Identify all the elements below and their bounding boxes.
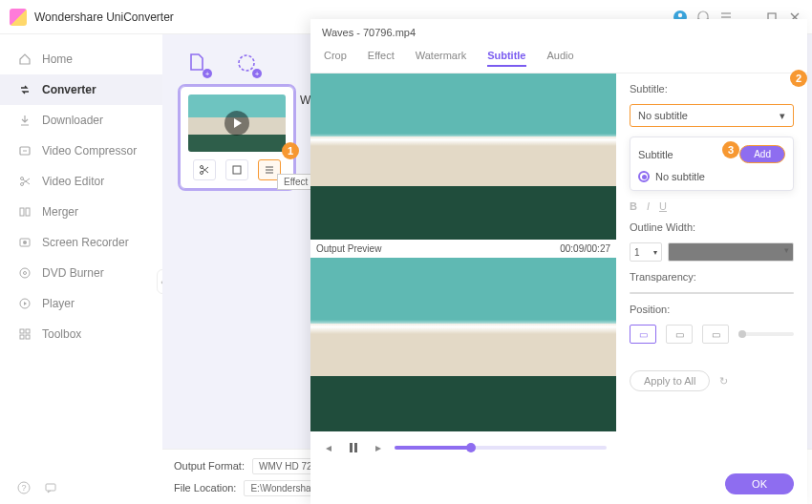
chevron-down-icon: ▾ (653, 248, 657, 257)
outline-width-input[interactable]: 1▾ (630, 242, 662, 262)
svg-point-1 (678, 12, 682, 16)
feedback-icon[interactable] (44, 481, 57, 494)
add-file-button[interactable]: + (183, 50, 210, 76)
position-bottom-button[interactable]: ▭ (630, 325, 656, 344)
subtitle-dropdown: 3 Subtitle Add No subtitle (630, 136, 794, 191)
outline-width-label: Outline Width: (630, 221, 794, 233)
editor-tabs: Crop Effect Watermark Subtitle Audio (310, 46, 807, 74)
apply-to-all-button[interactable]: Apply to All (630, 370, 710, 391)
callout-badge-1: 1 (282, 142, 299, 159)
sidebar-label: Merger (42, 205, 78, 219)
playback-controls: ◂ ▸ (310, 431, 616, 464)
subtitle-settings: 2 Subtitle: No subtitle▾ 3 Subtitle Add … (616, 74, 807, 464)
sidebar-label: Video Editor (42, 175, 104, 188)
svg-rect-8 (20, 208, 24, 216)
crop-button[interactable] (225, 159, 248, 180)
sidebar-item-compressor[interactable]: Video Compressor (0, 136, 162, 166)
play-icon (17, 296, 32, 311)
original-preview (310, 74, 616, 240)
ok-button[interactable]: OK (725, 473, 794, 494)
plus-icon: + (203, 69, 212, 78)
transparency-slider[interactable] (630, 292, 794, 294)
download-icon (17, 113, 32, 128)
sidebar-item-recorder[interactable]: Screen Recorder (0, 227, 162, 258)
tab-effect[interactable]: Effect (368, 46, 395, 67)
position-middle-button[interactable]: ▭ (666, 325, 693, 344)
helpbar: ? (0, 472, 162, 504)
position-label: Position: (630, 304, 794, 315)
output-preview-label: Output Preview (316, 243, 381, 254)
sidebar-item-downloader[interactable]: Downloader (0, 105, 162, 136)
svg-rect-15 (20, 329, 24, 333)
playback-time: 00:09/00:27 (560, 243, 610, 254)
radio-icon (638, 171, 650, 182)
tab-audio[interactable]: Audio (547, 46, 574, 67)
next-frame-button[interactable]: ▸ (370, 439, 387, 456)
sidebar: Home Converter Downloader Video Compress… (0, 34, 162, 504)
file-title-partial: W (300, 94, 310, 107)
sidebar-item-dvd[interactable]: DVD Burner (0, 258, 162, 288)
sidebar-item-merger[interactable]: Merger (0, 197, 162, 227)
position-top-button[interactable]: ▭ (702, 325, 729, 344)
sidebar-item-converter[interactable]: Converter (0, 74, 162, 105)
merge-icon (17, 204, 32, 220)
svg-rect-16 (26, 329, 30, 333)
italic-icon[interactable]: I (647, 200, 650, 212)
tab-crop[interactable]: Crop (324, 46, 347, 67)
svg-rect-18 (26, 335, 30, 339)
bold-icon[interactable]: B (630, 200, 637, 212)
play-overlay-icon[interactable] (224, 111, 249, 136)
sidebar-item-toolbox[interactable]: Toolbox (0, 319, 162, 349)
editor-panel: Waves - 70796.mp4 Crop Effect Watermark … (310, 19, 807, 504)
editor-file-name: Waves - 70796.mp4 (310, 19, 807, 46)
video-thumbnail[interactable] (188, 94, 286, 152)
sidebar-label: Player (42, 297, 75, 310)
effect-tooltip: Effect (277, 174, 314, 190)
seek-slider[interactable] (395, 446, 607, 450)
add-url-button[interactable]: + (233, 50, 260, 76)
subtitle-select[interactable]: No subtitle▾ (630, 104, 794, 127)
tab-subtitle[interactable]: Subtitle (487, 46, 525, 67)
prev-frame-button[interactable]: ◂ (320, 439, 337, 456)
svg-rect-25 (46, 484, 55, 491)
tab-watermark[interactable]: Watermark (416, 46, 466, 67)
svg-point-19 (239, 55, 254, 71)
scissors-icon (17, 174, 32, 189)
home-icon (17, 52, 32, 67)
reset-icon[interactable]: ↻ (719, 375, 728, 388)
output-format-label: Output Format: (174, 460, 245, 472)
add-subtitle-button[interactable]: Add (739, 145, 785, 163)
subtitle-option-none[interactable]: No subtitle (638, 171, 785, 182)
sidebar-label: Converter (42, 83, 96, 96)
subtitle-select-value: No subtitle (638, 110, 688, 121)
svg-rect-26 (350, 443, 353, 452)
converter-icon (17, 82, 32, 97)
sidebar-label: Downloader (42, 114, 103, 127)
underline-icon[interactable]: U (659, 200, 667, 212)
plus-icon: + (252, 69, 262, 78)
svg-text:?: ? (21, 483, 26, 493)
sidebar-item-player[interactable]: Player (0, 288, 162, 319)
svg-point-13 (24, 272, 27, 275)
subtitle-label: Subtitle: (630, 83, 794, 94)
sidebar-item-editor[interactable]: Video Editor (0, 166, 162, 197)
svg-point-11 (23, 241, 27, 244)
grid-icon (17, 326, 32, 342)
position-offset-slider[interactable] (738, 332, 794, 336)
sidebar-item-home[interactable]: Home (0, 44, 162, 74)
outline-value: 1 (634, 247, 640, 258)
outline-color-picker[interactable] (668, 242, 794, 262)
sidebar-label: Home (42, 52, 73, 66)
pause-button[interactable] (345, 439, 362, 456)
svg-rect-27 (354, 443, 357, 452)
transparency-label: Transparency: (630, 271, 794, 283)
sidebar-label: Video Compressor (42, 144, 137, 158)
file-location-label: File Location: (174, 482, 236, 494)
svg-rect-9 (26, 208, 30, 216)
option-label: No subtitle (655, 171, 705, 182)
help-icon[interactable]: ? (17, 481, 31, 494)
callout-badge-2: 2 (790, 70, 807, 87)
compress-icon (17, 143, 32, 158)
trim-button[interactable] (193, 159, 216, 180)
dropdown-heading: Subtitle (638, 149, 673, 160)
